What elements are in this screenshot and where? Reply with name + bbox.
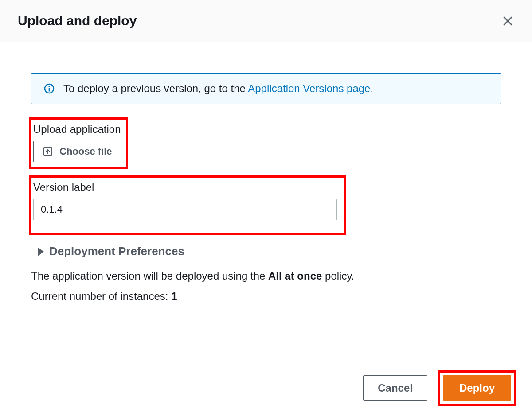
deployment-preferences-toggle[interactable]: Deployment Preferences (31, 245, 501, 258)
choose-file-button[interactable]: Choose file (33, 141, 121, 162)
modal-title: Upload and deploy (18, 13, 137, 28)
modal-footer: Cancel Deploy (0, 364, 532, 412)
policy-text-before: The application version will be deployed… (31, 270, 268, 282)
cancel-button[interactable]: Cancel (363, 375, 427, 401)
policy-text-after: policy. (322, 270, 354, 282)
svg-rect-4 (49, 88, 50, 91)
instances-text: Current number of instances: 1 (31, 290, 501, 303)
policy-text: The application version will be deployed… (31, 270, 501, 282)
info-alert: To deploy a previous version, go to the … (31, 73, 501, 104)
modal-header: Upload and deploy (0, 0, 532, 42)
version-highlight: Version label (29, 175, 346, 235)
info-icon (44, 83, 55, 94)
upload-icon (43, 146, 53, 157)
application-versions-link[interactable]: Application Versions page (248, 82, 370, 94)
info-text-after: . (370, 82, 373, 94)
choose-file-label: Choose file (59, 146, 112, 157)
deployment-preferences-title: Deployment Preferences (49, 245, 184, 258)
info-text: To deploy a previous version, go to the … (63, 82, 373, 95)
version-label: Version label (33, 181, 337, 194)
policy-name: All at once (268, 270, 322, 282)
version-input[interactable] (33, 199, 337, 220)
upload-highlight: Upload application Choose file (29, 117, 128, 169)
chevron-right-icon (38, 247, 44, 256)
info-text-before: To deploy a previous version, go to the (63, 82, 248, 94)
deploy-button[interactable]: Deploy (443, 375, 511, 401)
close-icon (502, 15, 514, 27)
modal-body: To deploy a previous version, go to the … (0, 42, 532, 320)
upload-label: Upload application (33, 123, 121, 136)
deploy-highlight: Deploy (438, 370, 516, 406)
instances-count: 1 (171, 290, 177, 302)
instances-label: Current number of instances: (31, 290, 171, 302)
svg-rect-3 (49, 86, 50, 87)
close-button[interactable] (501, 14, 514, 27)
